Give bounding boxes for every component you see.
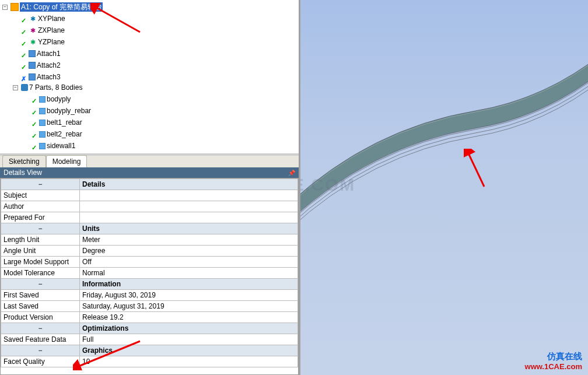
group-toggle[interactable]: −: [1, 323, 80, 334]
tree-node-xyplane[interactable]: ✓XYPlane: [13, 14, 65, 23]
prop-key: Large Model Support: [1, 257, 80, 268]
tree-root-node[interactable]: − A1: Copy of 完整简易轮胎: [2, 2, 103, 12]
prop-key: Model Tolerance: [1, 268, 80, 279]
svg-line-0: [96, 8, 140, 32]
check-icon: ✓: [32, 120, 38, 126]
node-label: YZPlane: [38, 37, 65, 47]
details-view[interactable]: −Details Subject Author Prepared For −Un…: [0, 178, 299, 375]
tree-node-body[interactable]: ✓bodyply: [23, 94, 71, 104]
prop-val[interactable]: Off: [80, 257, 298, 268]
table-row[interactable]: Last SavedSaturday, August 31, 2019: [1, 301, 298, 312]
tree-node-body[interactable]: ✓belt1_rebar: [23, 118, 82, 127]
table-row[interactable]: Prepared For: [1, 212, 298, 223]
node-label: sidewall1: [47, 141, 75, 150]
node-label: bodyply: [47, 94, 71, 104]
tree-node-zxplane[interactable]: ✓ZXPlane: [13, 26, 65, 35]
check-icon: ✓: [21, 51, 27, 57]
prop-val[interactable]: Degree: [80, 246, 298, 257]
prop-key: Last Saved: [1, 301, 80, 312]
prop-val[interactable]: Meter: [80, 234, 298, 246]
prop-key: Facet Quality: [1, 356, 80, 367]
tree-node-body[interactable]: ✓sidewall1: [23, 141, 75, 150]
brand-overlay: 仿真在线 www.1CAE.com: [525, 351, 582, 372]
check-icon: ✓: [21, 27, 27, 34]
prop-val[interactable]: [80, 190, 298, 201]
node-label: XYPlane: [38, 14, 65, 23]
group-header: Optimizations: [80, 323, 298, 334]
prop-key: Subject: [1, 190, 80, 201]
tree-node-attach1[interactable]: ✓Attach1: [13, 49, 61, 58]
arrow-annotation: [464, 149, 493, 190]
tab-modeling[interactable]: Modeling: [46, 155, 88, 167]
node-label: 7 Parts, 8 Bodies: [29, 83, 82, 92]
tree-node-body[interactable]: ✓belt2_rebar: [23, 129, 82, 139]
attach-icon: [29, 50, 36, 57]
brand-url: www.1CAE.com: [525, 362, 582, 372]
body-icon: [39, 131, 46, 138]
group-toggle[interactable]: −: [1, 345, 80, 356]
prop-key: Angle Unit: [1, 246, 80, 257]
table-row[interactable]: Subject: [1, 190, 298, 201]
table-row[interactable]: Angle UnitDegree: [1, 246, 298, 257]
tire-geometry: [300, 29, 588, 233]
table-row[interactable]: Length UnitMeter: [1, 234, 298, 246]
attach-icon: [29, 73, 36, 80]
tree-node-yzplane[interactable]: ✓YZPlane: [13, 37, 65, 47]
prop-val[interactable]: Normal: [80, 268, 298, 279]
node-label: bodyply_rebar: [47, 106, 91, 115]
group-header: Units: [80, 223, 298, 234]
tree-node-parts[interactable]: −7 Parts, 8 Bodies: [13, 83, 82, 92]
tree-node-attach2[interactable]: ✓Attach2: [13, 61, 61, 70]
check-icon: ✓: [32, 96, 38, 103]
tree-outline-pane[interactable]: − A1: Copy of 完整简易轮胎 ✓XYPlane ✓ZXPlane ✓…: [0, 0, 299, 155]
tree-node-attach3[interactable]: ✗Attach3: [13, 72, 61, 82]
group-toggle[interactable]: −: [1, 279, 80, 290]
table-row[interactable]: Author: [1, 201, 298, 212]
watermark: 1CAE.COM: [300, 175, 355, 195]
details-title-label: Details View: [4, 169, 42, 177]
check-icon: ✓: [21, 39, 27, 45]
plane-icon: [29, 26, 37, 34]
attach-icon: [29, 62, 36, 69]
prop-key: Saved Feature Data: [1, 334, 80, 345]
prop-val: Friday, August 30, 2019: [80, 290, 298, 301]
prop-val: Saturday, August 31, 2019: [80, 301, 298, 312]
prop-key: Author: [1, 201, 80, 212]
prop-key: Product Version: [1, 312, 80, 323]
body-icon: [39, 108, 46, 114]
prop-val[interactable]: [80, 212, 298, 223]
node-label: belt1_rebar: [47, 118, 82, 127]
check-icon: ✓: [32, 143, 38, 149]
tab-sketching[interactable]: Sketching: [2, 155, 46, 167]
collapse-icon[interactable]: −: [2, 5, 8, 10]
node-label: ZXPlane: [38, 26, 65, 35]
suppress-icon: ✗: [21, 74, 27, 80]
group-toggle[interactable]: −: [1, 179, 80, 190]
table-row[interactable]: Facet Quality10: [1, 356, 298, 367]
check-icon: ✓: [32, 131, 38, 138]
node-label: Attach1: [37, 49, 61, 58]
model-tree: − A1: Copy of 完整简易轮胎 ✓XYPlane ✓ZXPlane ✓…: [0, 1, 299, 155]
tree-node-body[interactable]: ✓bodyply_rebar: [23, 106, 91, 115]
pin-icon[interactable]: 📌: [288, 170, 295, 176]
check-icon: ✓: [21, 62, 27, 69]
table-row[interactable]: First SavedFriday, August 30, 2019: [1, 290, 298, 301]
svg-line-2: [468, 153, 484, 187]
body-icon: [39, 143, 46, 149]
table-row[interactable]: Large Model SupportOff: [1, 257, 298, 268]
table-row[interactable]: Saved Feature DataFull: [1, 334, 298, 345]
plane-icon: [29, 38, 37, 46]
group-header: Details: [80, 179, 298, 190]
viewport-3d[interactable]: 1CAE.COM 仿真在线 www.1CAE.com: [300, 0, 588, 375]
prop-val[interactable]: [80, 201, 298, 212]
arrow-annotation: [90, 3, 143, 35]
details-view-header: Details View 📌: [0, 167, 299, 178]
body-icon: [39, 96, 46, 103]
table-row[interactable]: Product VersionRelease 19.2: [1, 312, 298, 323]
check-icon: ✓: [21, 16, 27, 22]
node-label: belt2_rebar: [47, 129, 82, 139]
group-toggle[interactable]: −: [1, 223, 80, 234]
prop-key: Length Unit: [1, 234, 80, 246]
collapse-icon[interactable]: −: [13, 85, 18, 90]
table-row[interactable]: Model ToleranceNormal: [1, 268, 298, 279]
